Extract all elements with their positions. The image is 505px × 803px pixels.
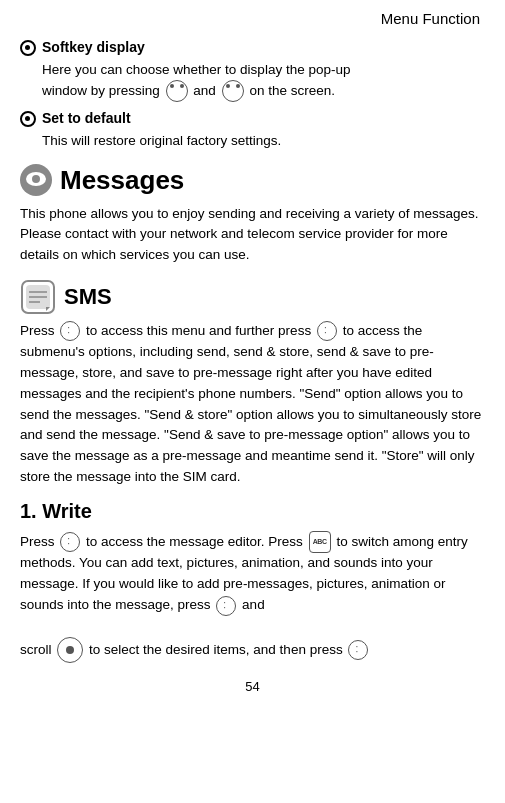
set-default-label: Set to default bbox=[42, 110, 131, 126]
messages-icon bbox=[20, 164, 52, 196]
abc-icon: ABC bbox=[309, 531, 331, 553]
set-default-desc: This will restore original factory setti… bbox=[42, 131, 485, 151]
write-heading: 1. Write bbox=[20, 500, 485, 523]
sms-title: SMS bbox=[64, 284, 112, 310]
bullet-icon-2 bbox=[20, 111, 36, 127]
softkey-label: Softkey display bbox=[42, 39, 145, 55]
write-section: 1. Write Press to access the message edi… bbox=[20, 500, 485, 663]
scroll-nav-icon bbox=[57, 637, 83, 663]
softkey-desc: Here you can choose whether to display t… bbox=[42, 60, 485, 102]
svg-marker-8 bbox=[46, 307, 50, 311]
write-softkey-icon-2 bbox=[216, 596, 236, 616]
sms-section: SMS Press to access this menu and furthe… bbox=[20, 279, 485, 488]
write-softkey-icon-3 bbox=[348, 640, 368, 660]
write-softkey-icon-1 bbox=[60, 532, 80, 552]
messages-title: Messages bbox=[60, 165, 184, 196]
left-softkey-icon bbox=[166, 80, 188, 102]
sms-softkey-icon-1 bbox=[60, 321, 80, 341]
messages-desc: This phone allows you to enjoy sending a… bbox=[20, 204, 485, 265]
page-title: Menu Function bbox=[20, 10, 485, 27]
write-body: Press to access the message editor. Pres… bbox=[20, 531, 485, 663]
svg-point-2 bbox=[32, 175, 40, 183]
sms-icon bbox=[20, 279, 56, 315]
sms-softkey-icon-2 bbox=[317, 321, 337, 341]
page-number: 54 bbox=[20, 679, 485, 694]
messages-section: Messages This phone allows you to enjoy … bbox=[20, 164, 485, 265]
set-default-section: Set to default This will restore origina… bbox=[20, 110, 485, 151]
sms-body: Press to access this menu and further pr… bbox=[20, 321, 485, 488]
bullet-icon bbox=[20, 40, 36, 56]
right-softkey-icon bbox=[222, 80, 244, 102]
softkey-section: Softkey display Here you can choose whet… bbox=[20, 39, 485, 102]
